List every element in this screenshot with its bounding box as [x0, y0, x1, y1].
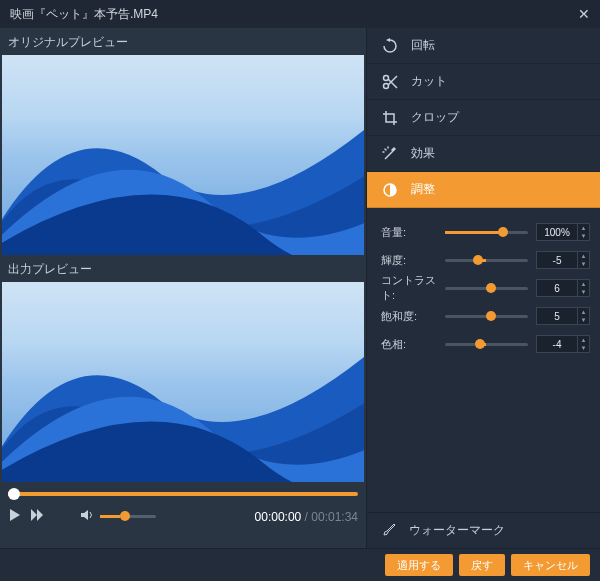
next-icon[interactable]: [30, 508, 44, 525]
timecode: 00:00:00 / 00:01:34: [255, 510, 358, 524]
slider-label: 輝度:: [381, 253, 445, 268]
apply-button[interactable]: 適用する: [385, 554, 453, 576]
slider-track[interactable]: [445, 287, 528, 290]
brush-icon: [381, 520, 399, 541]
scissors-icon: [381, 73, 399, 91]
main: オリジナルプレビュー 出力プレビュー: [0, 28, 600, 548]
menu-crop[interactable]: クロップ: [367, 100, 600, 136]
spin-down-icon[interactable]: ▼: [578, 232, 589, 240]
spin-up-icon[interactable]: ▲: [578, 280, 589, 288]
original-preview[interactable]: [2, 55, 364, 255]
sparkle-icon: [381, 145, 399, 163]
menu-cut[interactable]: カット: [367, 64, 600, 100]
spin-up-icon[interactable]: ▲: [578, 252, 589, 260]
menu-label: 調整: [411, 181, 435, 198]
cancel-button[interactable]: キャンセル: [511, 554, 590, 576]
spin-down-icon[interactable]: ▼: [578, 344, 589, 352]
original-preview-label: オリジナルプレビュー: [0, 28, 366, 55]
slider-spinner[interactable]: -4▲▼: [536, 335, 590, 353]
volume-fill: [100, 515, 120, 518]
adjust-icon: [381, 181, 399, 199]
menu-watermark[interactable]: ウォーターマーク: [367, 512, 600, 548]
slider-volume: 音量: 100%▲▼: [381, 220, 590, 244]
slider-contrast: コントラスト: 6▲▼: [381, 276, 590, 300]
slider-track[interactable]: [445, 231, 528, 234]
volume-icon[interactable]: [80, 508, 94, 525]
time-current: 00:00:00: [255, 510, 302, 524]
adjust-sliders: 音量: 100%▲▼ 輝度: -5▲▼ コントラスト: 6▲▼ 飽和度: 5▲▼…: [367, 208, 600, 360]
menu-effect[interactable]: 効果: [367, 136, 600, 172]
slider-spinner[interactable]: 100%▲▼: [536, 223, 590, 241]
slider-label: 色相:: [381, 337, 445, 352]
volume-handle[interactable]: [120, 511, 130, 521]
slider-track[interactable]: [445, 259, 528, 262]
slider-saturation: 飽和度: 5▲▼: [381, 304, 590, 328]
menu-adjust[interactable]: 調整: [367, 172, 600, 208]
play-icon[interactable]: [8, 508, 22, 525]
slider-spinner[interactable]: 5▲▼: [536, 307, 590, 325]
slider-spinner[interactable]: 6▲▼: [536, 279, 590, 297]
slider-hue: 色相: -4▲▼: [381, 332, 590, 356]
menu-label: カット: [411, 73, 447, 90]
seek-handle[interactable]: [8, 488, 20, 500]
preview-panel: オリジナルプレビュー 出力プレビュー: [0, 28, 366, 548]
rotate-icon: [381, 37, 399, 55]
spin-down-icon[interactable]: ▼: [578, 316, 589, 324]
volume-control: [80, 508, 156, 525]
output-preview[interactable]: [2, 282, 364, 482]
menu-label: 効果: [411, 145, 435, 162]
menu-label: 回転: [411, 37, 435, 54]
playback-controls: 00:00:00 / 00:01:34: [0, 502, 366, 535]
volume-slider[interactable]: [100, 515, 156, 518]
time-duration: 00:01:34: [311, 510, 358, 524]
spin-up-icon[interactable]: ▲: [578, 308, 589, 316]
close-icon[interactable]: ✕: [578, 6, 590, 22]
slider-brightness: 輝度: -5▲▼: [381, 248, 590, 272]
window-title: 映画『ペット』本予告.MP4: [10, 6, 158, 23]
footer: 適用する 戻す キャンセル: [0, 548, 600, 581]
seek-bar[interactable]: [8, 492, 358, 496]
spin-down-icon[interactable]: ▼: [578, 288, 589, 296]
crop-icon: [381, 109, 399, 127]
menu-label: クロップ: [411, 109, 459, 126]
menu-rotate[interactable]: 回転: [367, 28, 600, 64]
spin-up-icon[interactable]: ▲: [578, 224, 589, 232]
edit-panel: 回転 カット クロップ 効果 調整 音量: 100%▲▼ 輝度:: [366, 28, 600, 548]
menu-label: ウォーターマーク: [409, 522, 505, 539]
slider-track[interactable]: [445, 343, 528, 346]
slider-label: コントラスト:: [381, 273, 445, 303]
slider-spinner[interactable]: -5▲▼: [536, 251, 590, 269]
slider-label: 飽和度:: [381, 309, 445, 324]
slider-track[interactable]: [445, 315, 528, 318]
spin-down-icon[interactable]: ▼: [578, 260, 589, 268]
titlebar: 映画『ペット』本予告.MP4 ✕: [0, 0, 600, 28]
spin-up-icon[interactable]: ▲: [578, 336, 589, 344]
output-preview-label: 出力プレビュー: [0, 255, 366, 282]
revert-button[interactable]: 戻す: [459, 554, 505, 576]
slider-label: 音量:: [381, 225, 445, 240]
